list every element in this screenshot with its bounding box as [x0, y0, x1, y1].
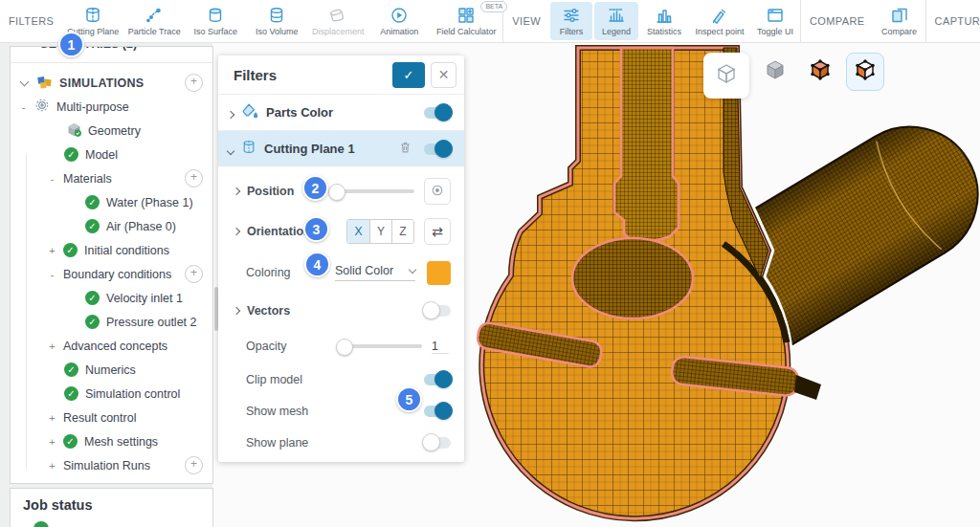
check-circle-icon: ✓	[64, 147, 78, 162]
iso-surface-icon	[206, 6, 225, 25]
tree-item-mesh-settings[interactable]: + ✓ Mesh settings	[11, 429, 212, 453]
render-mode-cube-mesh[interactable]	[801, 53, 839, 91]
chevron-right-icon[interactable]	[233, 307, 240, 315]
add-material-button[interactable]: +	[185, 169, 203, 187]
position-slider-knob[interactable]	[328, 184, 345, 201]
tree-item-numerics[interactable]: ✓ Numerics	[11, 358, 212, 382]
add-simulation-button[interactable]: +	[185, 74, 203, 92]
toolbar-item-compare[interactable]: Compare	[875, 2, 924, 40]
show-plane-control: Show plane	[218, 427, 464, 458]
opacity-slider-knob[interactable]	[336, 339, 353, 356]
tree-item-geometry[interactable]: Geometry	[11, 119, 212, 143]
tree-item-geometries-clipped[interactable]: GEOMETRIES (2)	[11, 47, 212, 63]
toolbar-group-label: COMPARE	[810, 15, 865, 27]
expand-expander-icon[interactable]: +	[47, 412, 57, 424]
cutting-plane-toggle[interactable]	[424, 143, 451, 155]
chevron-right-icon[interactable]	[233, 187, 240, 195]
opacity-control: Opacity 1	[218, 329, 464, 363]
locate-plane-button[interactable]	[424, 178, 451, 205]
chevron-right-icon[interactable]	[227, 110, 234, 118]
show-plane-toggle[interactable]	[424, 437, 451, 449]
vectors-toggle[interactable]	[424, 305, 451, 317]
toolbar-item-inspect-point[interactable]: Inspect point	[690, 2, 749, 40]
filter-row-cutting-plane-1[interactable]: Cutting Plane 1	[218, 130, 464, 166]
tree-item-advanced-concepts[interactable]: + Advanced concepts	[11, 334, 212, 358]
tree-item-simulations[interactable]: SIMULATIONS +	[11, 71, 212, 95]
axis-z-button[interactable]: Z	[391, 220, 413, 243]
vectors-control: Vectors	[218, 293, 464, 329]
cube-surface-mesh-icon	[854, 58, 877, 85]
apply-button[interactable]: ✓	[392, 62, 425, 88]
toolbar-item-legend[interactable]: Legend	[594, 2, 638, 40]
toolbar-item-statistics[interactable]: Statistics	[640, 2, 688, 40]
trash-icon[interactable]	[398, 140, 412, 159]
show-mesh-control: Show mesh	[218, 395, 464, 427]
axis-y-button[interactable]: Y	[369, 220, 391, 243]
render-mode-cube-surface-mesh[interactable]	[846, 53, 884, 91]
tree-item-boundary-conditions[interactable]: - Boundary conditions +	[11, 262, 212, 286]
add-simulation-run-button[interactable]: +	[185, 456, 203, 474]
close-button[interactable]: ✕	[431, 62, 457, 88]
tree-item-materials[interactable]: - Materials +	[11, 166, 212, 190]
callout-badge-5: 5	[396, 386, 422, 412]
collapse-expander-icon[interactable]: -	[18, 101, 29, 113]
add-boundary-condition-button[interactable]: +	[185, 265, 203, 283]
axis-x-button[interactable]: X	[347, 220, 369, 243]
clip-model-toggle[interactable]	[424, 374, 451, 385]
toolbar-item-iso-volume[interactable]: Iso Volume	[247, 2, 306, 40]
tree-item-result-control[interactable]: + Result control	[11, 406, 212, 429]
toolbar-group-view: VIEW Filters Legend Statistics Inspect p…	[502, 0, 800, 42]
check-circle-icon: ✓	[63, 243, 78, 257]
simulation-tree-panel: GEOMETRIES (2) SIMULATIONS + - Multi-pur…	[10, 46, 213, 484]
tree-item-simulation-runs[interactable]: + Simulation Runs +	[11, 453, 212, 477]
filters-panel-title: Filters	[234, 67, 392, 83]
solid-color-swatch[interactable]	[427, 261, 451, 285]
cube-outline-icon	[715, 62, 738, 89]
expand-expander-icon[interactable]: +	[47, 436, 57, 448]
toolbar-group-label: VIEW	[512, 15, 541, 27]
opacity-slider[interactable]	[345, 344, 422, 348]
toolbar-group-label: CAPTURE	[935, 15, 980, 27]
toolbar-group-compare: COMPARE Compare	[800, 0, 925, 42]
tree-item-pressure-outlet-2[interactable]: ✓ Pressure outlet 2	[11, 310, 212, 334]
flip-orientation-button[interactable]: ⇄	[424, 218, 451, 245]
toolbar-item-particle-trace[interactable]: Particle Trace	[124, 2, 184, 40]
tree-item-multi-purpose[interactable]: - Multi-purpose	[11, 95, 212, 119]
gear-icon	[34, 98, 50, 116]
render-mode-cube-shaded[interactable]	[756, 53, 794, 91]
job-status-panel: Job status	[10, 488, 213, 527]
tree-item-model[interactable]: ✓ Model	[11, 143, 212, 166]
expand-expander-icon[interactable]: +	[47, 245, 57, 256]
toolbar-item-iso-surface[interactable]: Iso Surface	[186, 2, 245, 40]
coloring-control: Coloring Solid Color	[218, 253, 464, 293]
toolbar-item-displacement: Displacement	[308, 2, 368, 40]
chevron-right-icon[interactable]	[233, 228, 240, 235]
chevron-down-icon[interactable]	[227, 146, 234, 154]
render-mode-cube-outline[interactable]	[703, 53, 749, 99]
tree-item-initial-conditions[interactable]: + ✓ Initial conditions	[11, 238, 212, 262]
toolbar-item-toggle-ui[interactable]: Toggle UI	[751, 2, 799, 40]
tree-item-water-phase-1[interactable]: ✓ Water (Phase 1)	[11, 190, 212, 214]
coloring-dropdown[interactable]: Solid Color	[335, 264, 415, 281]
expand-expander-icon[interactable]: +	[47, 460, 57, 472]
filter-row-parts-color[interactable]: Parts Color	[218, 94, 464, 130]
toolbar-item-filters[interactable]: Filters	[550, 2, 592, 40]
show-mesh-toggle[interactable]	[424, 406, 451, 417]
collapse-expander-icon[interactable]: -	[47, 173, 57, 185]
cutting-plane-small-icon	[241, 140, 256, 159]
toolbar-item-animation[interactable]: Animation	[369, 2, 429, 40]
check-circle-icon: ✓	[64, 386, 78, 401]
parts-color-toggle[interactable]	[424, 107, 451, 119]
expand-expander-icon[interactable]: +	[47, 340, 57, 352]
check-circle-icon: ✓	[85, 315, 100, 329]
toolbar-item-field-calculator[interactable]: BETA Field Calculator	[431, 2, 501, 40]
position-slider[interactable]	[338, 189, 414, 193]
chevron-down-icon[interactable]	[20, 77, 30, 87]
tree-item-air-phase-0[interactable]: ✓ Air (Phase 0)	[11, 214, 212, 238]
opacity-value[interactable]: 1	[432, 340, 449, 354]
collapse-expander-icon[interactable]: -	[47, 269, 57, 280]
compare-icon	[890, 6, 909, 25]
beta-badge: BETA	[480, 1, 507, 12]
tree-item-simulation-control[interactable]: ✓ Simulation control	[11, 382, 212, 406]
tree-item-velocity-inlet-1[interactable]: ✓ Velocity inlet 1	[11, 286, 212, 310]
